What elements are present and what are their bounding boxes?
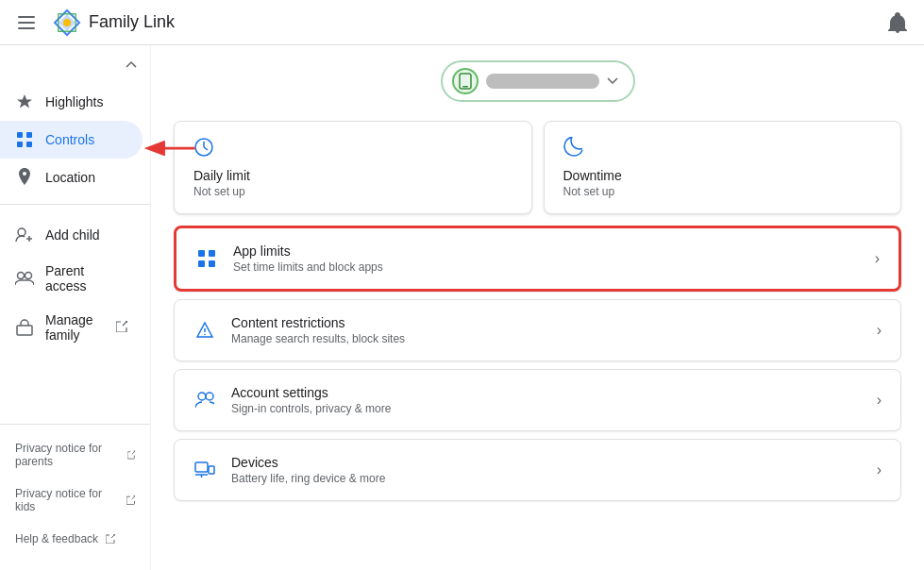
daily-limit-title: Daily limit <box>193 168 512 183</box>
content-restrictions-title: Content restrictions <box>231 315 862 330</box>
content-restrictions-icon <box>193 319 216 342</box>
app-limits-text: App limits Set time limits and block app… <box>233 243 860 274</box>
topbar: Family Link <box>0 0 924 45</box>
privacy-kids-external-icon <box>126 495 135 505</box>
app-title: Family Link <box>89 12 879 32</box>
help-feedback-external-icon <box>106 534 115 544</box>
svg-point-6 <box>63 19 71 26</box>
devices-subtitle: Battery life, ring device & more <box>231 472 862 485</box>
svg-rect-10 <box>26 142 32 147</box>
account-settings-chevron-icon: › <box>877 392 882 409</box>
sidebar-item-highlights[interactable]: Highlights <box>0 83 143 121</box>
privacy-parents-label: Privacy notice for parents <box>15 442 120 468</box>
sidebar-divider-2 <box>0 424 150 425</box>
sidebar-item-controls[interactable]: Controls <box>0 121 143 159</box>
daily-limit-subtitle: Not set up <box>193 185 512 198</box>
manage-family-external-icon <box>116 321 127 335</box>
sidebar-bottom-links: Privacy notice for parents Privacy notic… <box>0 416 150 570</box>
privacy-kids-label: Privacy notice for kids <box>15 487 119 513</box>
svg-point-11 <box>18 228 25 236</box>
svg-point-15 <box>25 273 32 279</box>
svg-rect-0 <box>18 16 35 18</box>
content-restrictions-subtitle: Manage search results, block sites <box>231 332 862 345</box>
content-restrictions-text: Content restrictions Manage search resul… <box>231 315 862 345</box>
account-settings-icon <box>193 389 216 411</box>
controls-icon <box>15 130 34 149</box>
help-feedback-label: Help & feedback <box>15 532 98 545</box>
sidebar-help-feedback-link[interactable]: Help & feedback <box>0 523 150 555</box>
svg-point-29 <box>198 393 206 400</box>
profile-dropdown-icon <box>607 77 618 85</box>
profile-pill-container <box>174 60 901 102</box>
svg-rect-9 <box>17 142 23 147</box>
sidebar-item-manage-family-label: Manage family <box>45 312 105 343</box>
svg-rect-8 <box>26 132 32 138</box>
sidebar-item-add-child[interactable]: Add child <box>0 216 143 254</box>
svg-rect-25 <box>198 260 205 267</box>
sidebar-item-add-child-label: Add child <box>45 227 100 243</box>
app-limits-subtitle: Set time limits and block apps <box>233 260 860 274</box>
svg-rect-16 <box>17 326 32 335</box>
svg-rect-2 <box>18 27 35 29</box>
add-child-icon <box>15 226 34 244</box>
svg-rect-24 <box>209 250 215 257</box>
manage-family-icon <box>15 318 34 337</box>
content-area: Daily limit Not set up Downtime Not set … <box>151 45 924 570</box>
account-settings-text: Account settings Sign-in controls, priva… <box>231 385 862 415</box>
daily-limit-icon <box>193 137 512 162</box>
sidebar-item-highlights-label: Highlights <box>45 94 103 109</box>
sidebar-privacy-kids-link[interactable]: Privacy notice for kids <box>0 478 150 523</box>
cards-row: Daily limit Not set up Downtime Not set … <box>174 121 901 214</box>
parent-access-icon <box>15 269 34 288</box>
location-icon <box>15 168 34 187</box>
profile-pill[interactable] <box>441 60 635 102</box>
svg-rect-1 <box>18 22 35 24</box>
account-settings-item[interactable]: Account settings Sign-in controls, priva… <box>174 369 901 431</box>
svg-rect-7 <box>17 132 23 138</box>
main-layout: Highlights Controls <box>0 45 924 570</box>
content-restrictions-item[interactable]: Content restrictions Manage search resul… <box>174 299 901 361</box>
svg-rect-31 <box>195 462 208 472</box>
downtime-title: Downtime <box>563 168 882 183</box>
svg-rect-23 <box>198 250 205 257</box>
sidebar-item-parent-access-label: Parent access <box>45 263 127 293</box>
privacy-parents-external-icon <box>127 450 135 460</box>
devices-text: Devices Battery life, ring device & more <box>231 455 862 485</box>
svg-line-22 <box>204 147 208 150</box>
highlights-icon <box>15 92 34 111</box>
sidebar-item-location-label: Location <box>45 170 95 185</box>
account-settings-title: Account settings <box>231 385 862 400</box>
profile-device-icon <box>452 68 479 94</box>
menu-icon[interactable] <box>8 4 45 42</box>
account-settings-subtitle: Sign-in controls, privacy & more <box>231 402 862 415</box>
svg-rect-32 <box>209 466 214 474</box>
content-restrictions-chevron-icon: › <box>877 322 882 339</box>
downtime-subtitle: Not set up <box>563 185 882 198</box>
devices-title: Devices <box>231 455 862 470</box>
devices-chevron-icon: › <box>877 461 882 478</box>
svg-point-30 <box>206 393 213 400</box>
devices-icon <box>193 459 216 481</box>
sidebar-item-parent-access[interactable]: Parent access <box>0 254 143 303</box>
app-limits-chevron-icon: › <box>875 250 880 267</box>
daily-limit-card[interactable]: Daily limit Not set up <box>174 121 532 214</box>
app-limits-item[interactable]: App limits Set time limits and block app… <box>174 226 901 292</box>
svg-rect-26 <box>209 260 215 267</box>
sidebar-item-manage-family[interactable]: Manage family <box>0 303 143 352</box>
notifications-bell-icon[interactable] <box>879 4 916 42</box>
sidebar-privacy-parents-link[interactable]: Privacy notice for parents <box>0 432 150 478</box>
sidebar-divider-1 <box>0 204 150 205</box>
sidebar-item-location[interactable]: Location <box>0 159 143 196</box>
downtime-card[interactable]: Downtime Not set up <box>544 121 902 214</box>
sidebar-nav: Highlights Controls <box>0 83 150 196</box>
devices-item[interactable]: Devices Battery life, ring device & more… <box>174 439 901 501</box>
app-limits-icon <box>195 247 218 270</box>
sidebar-collapse-button[interactable] <box>120 53 143 75</box>
svg-point-28 <box>204 334 206 336</box>
sidebar-item-controls-label: Controls <box>45 132 94 147</box>
svg-point-14 <box>18 273 25 279</box>
sidebar: Highlights Controls <box>0 45 151 570</box>
app-logo <box>53 8 81 37</box>
app-limits-title: App limits <box>233 243 860 259</box>
svg-rect-19 <box>462 86 468 88</box>
